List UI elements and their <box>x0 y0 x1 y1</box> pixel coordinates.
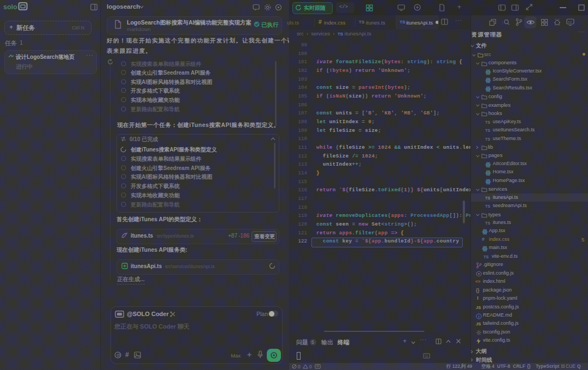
svg-text:@: @ <box>117 353 121 357</box>
svg-text::: : <box>502 20 503 25</box>
